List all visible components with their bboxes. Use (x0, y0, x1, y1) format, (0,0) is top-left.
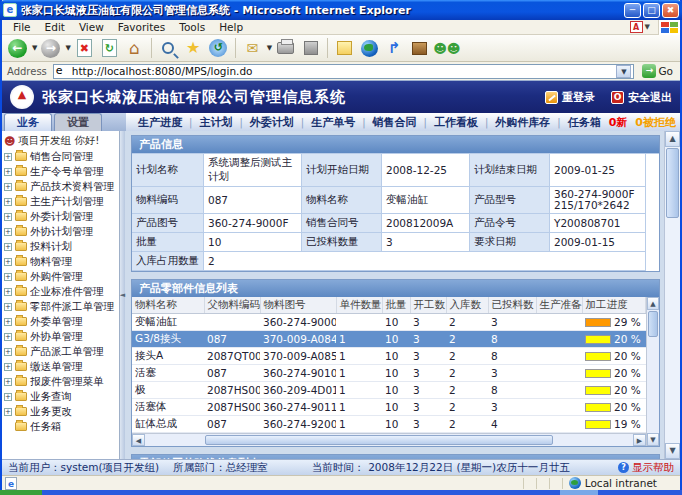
table-row[interactable]: 缸体总成087360-274-9200F110324 19 % (132, 416, 646, 433)
expand-icon[interactable]: + (4, 333, 12, 341)
notes-button[interactable] (333, 37, 356, 60)
scrollbar-thumb[interactable] (648, 311, 658, 337)
expand-icon[interactable]: + (4, 153, 12, 161)
sidebar-item-delivery-order[interactable]: +缴送单管理 (4, 359, 119, 374)
windows-taskbar[interactable] (0, 490, 682, 495)
sidebar-item-outsource-order[interactable]: +外委单管理 (4, 314, 119, 329)
show-help-link[interactable]: ? 显示帮助 (618, 461, 674, 475)
parts-horizontal-scrollbar[interactable]: ◀ ▶ (132, 433, 646, 446)
minimize-button[interactable]: ─ (624, 3, 641, 18)
sidebar-item-business-query[interactable]: +业务查询 (4, 389, 119, 404)
expand-icon[interactable]: + (4, 393, 12, 401)
expand-icon[interactable]: + (4, 183, 12, 191)
expand-icon[interactable]: + (4, 258, 12, 266)
expand-icon[interactable]: + (4, 348, 12, 356)
nav-outsource-plan[interactable]: 外委计划 (250, 115, 294, 130)
research-button[interactable] (408, 37, 431, 60)
nav-sales-contract[interactable]: 销售合同 (373, 115, 417, 130)
address-dropdown-icon[interactable]: ▼ (616, 65, 631, 78)
sidebar-item-coop-order[interactable]: +外协单管理 (4, 329, 119, 344)
sidebar-item-task-box[interactable]: 任务箱 (4, 419, 119, 434)
expand-icon[interactable]: + (4, 363, 12, 371)
mail-dropdown-icon[interactable]: ▼ (267, 44, 272, 52)
mail-button[interactable]: ✉ (241, 37, 264, 60)
expand-icon[interactable]: + (4, 288, 12, 296)
sidebar-item-material-mgmt[interactable]: +物料管理 (4, 254, 119, 269)
forward-button[interactable]: → (39, 37, 62, 60)
relogin-link[interactable]: 重登录 (545, 90, 595, 105)
go-button[interactable]: → Go (638, 63, 677, 79)
content-vertical-scrollbar[interactable]: ▲ ▼ (664, 131, 680, 459)
expand-icon[interactable]: + (4, 243, 12, 251)
back-button[interactable]: ← (6, 37, 29, 60)
sidebar-item-coop-plan[interactable]: +外协计划管理 (4, 224, 119, 239)
expand-icon[interactable]: + (4, 168, 12, 176)
expand-icon[interactable]: + (4, 303, 12, 311)
col-stored[interactable]: 入库数 (446, 297, 488, 314)
sidebar-item-tech-docs[interactable]: +产品技术资料管理 (4, 179, 119, 194)
messenger-button[interactable] (358, 37, 381, 60)
nav-task-box[interactable]: 任务箱 (568, 115, 601, 130)
scroll-left-icon[interactable]: ◀ (132, 434, 145, 446)
expand-icon[interactable]: + (4, 318, 12, 326)
sidebar-item-sales-contract[interactable]: +销售合同管理 (4, 149, 119, 164)
col-progress[interactable]: 加工进度 (582, 297, 646, 314)
search-button[interactable] (157, 37, 180, 60)
scroll-down-icon[interactable]: ▼ (647, 433, 659, 446)
adobe-pdf-icon[interactable]: A (630, 21, 643, 33)
col-batch[interactable]: 批量 (382, 297, 410, 314)
sidebar-item-scrap-menu[interactable]: +报废件管理菜单 (4, 374, 119, 389)
print-button[interactable] (274, 37, 297, 60)
scrollbar-thumb[interactable] (205, 435, 553, 445)
col-parent-code[interactable]: 父物料编码 (204, 297, 260, 314)
history-button[interactable]: ↺ (207, 37, 230, 60)
expand-icon[interactable]: + (4, 408, 12, 416)
table-row[interactable]: 接头A2087QT002370-009-A0850110328 20 % (132, 348, 646, 365)
expand-icon[interactable]: + (4, 378, 12, 386)
menu-view[interactable]: View (72, 20, 111, 34)
sidebar-item-feed-plan[interactable]: +投料计划 (4, 239, 119, 254)
logout-link[interactable]: O 安全退出 (611, 90, 672, 105)
scroll-up-icon[interactable]: ▲ (665, 131, 680, 147)
expand-icon[interactable]: + (4, 228, 12, 236)
col-prep[interactable]: 生产准备 (536, 297, 582, 314)
expand-icon[interactable]: + (4, 213, 12, 221)
table-row[interactable]: 活塞体2087HS002360-274-9011W110323 20 % (132, 399, 646, 416)
table-row[interactable]: 极2087HS002360-209-4D010110328 20 % (132, 382, 646, 399)
col-material-name[interactable]: 物料名称 (132, 297, 204, 314)
stop-button[interactable]: ✖ (73, 37, 96, 60)
forward-dropdown-icon[interactable]: ▼ (65, 44, 70, 52)
scroll-right-icon[interactable]: ▶ (633, 434, 646, 446)
window-titlebar[interactable]: e 张家口长城液压油缸有限公司管理信息系统 - Microsoft Intern… (0, 0, 682, 20)
sidebar-item-business-change[interactable]: +业务更改 (4, 404, 119, 419)
col-started[interactable]: 开工数 (410, 297, 446, 314)
expand-icon[interactable]: + (4, 273, 12, 281)
sidebar-item-product-workorder[interactable]: +产品派工单管理 (4, 344, 119, 359)
tab-settings[interactable]: 设置 (54, 113, 102, 131)
refresh-button[interactable]: ↻ (98, 37, 121, 60)
scroll-down-icon[interactable]: ▼ (665, 443, 680, 459)
menu-file[interactable]: File (6, 20, 38, 34)
sidebar-item-purchased-parts[interactable]: +外购件管理 (4, 269, 119, 284)
sidebar-item-part-workorder[interactable]: +零部件派工单管理 (4, 299, 119, 314)
parts-vertical-scrollbar[interactable]: ▲ ▼ (646, 297, 659, 446)
table-row-selected[interactable]: G3/8接头087370-009-A0840110328 20 % (132, 331, 646, 348)
col-unit-qty[interactable]: 单件数量 (336, 297, 382, 314)
menu-edit[interactable]: Edit (38, 20, 72, 34)
badge-rejected[interactable]: 0被拒绝 (635, 115, 676, 130)
nav-work-board[interactable]: 工作看板 (434, 115, 478, 130)
expand-icon[interactable]: + (4, 198, 12, 206)
menu-help[interactable]: Help (212, 20, 250, 34)
address-input[interactable]: e http://localhost:8080/MPS/login.do ▼ (53, 64, 635, 79)
scroll-up-icon[interactable]: ▲ (647, 297, 659, 310)
sidebar-item-outsource-plan[interactable]: +外委计划管理 (4, 209, 119, 224)
maximize-button[interactable]: □ (643, 3, 660, 18)
back-dropdown-icon[interactable]: ▼ (32, 44, 37, 52)
sidebar-item-master-plan[interactable]: +主生产计划管理 (4, 194, 119, 209)
badge-new[interactable]: 0新 (609, 115, 628, 130)
menu-tools[interactable]: Tools (172, 20, 212, 34)
table-row[interactable]: 变幅油缸360-274-9000F10323 29 % (132, 314, 646, 331)
col-fed[interactable]: 已投料数 (488, 297, 536, 314)
favorites-button[interactable]: ★ (182, 37, 205, 60)
msn-button[interactable]: ☻☻ (433, 37, 460, 60)
